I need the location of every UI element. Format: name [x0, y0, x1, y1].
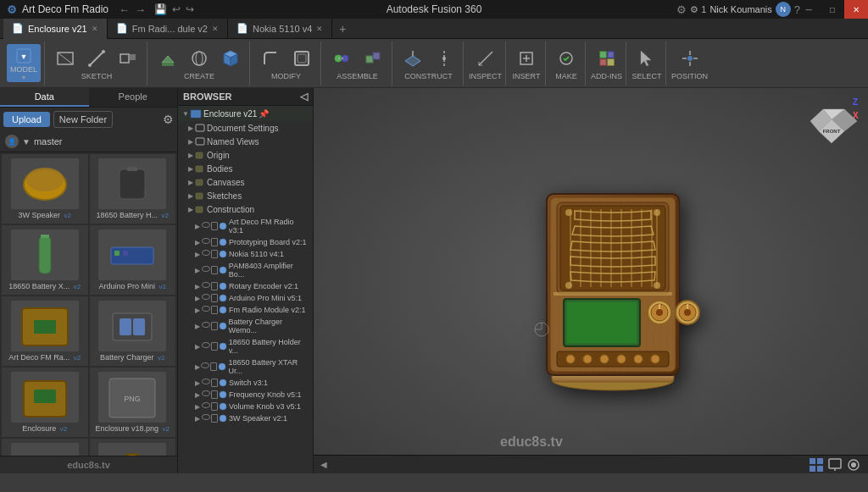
svg-rect-146	[817, 466, 823, 472]
new-folder-button[interactable]: New Folder	[53, 111, 113, 128]
sketch-circle-btn[interactable]	[113, 47, 143, 70]
model-btn[interactable]: ▼ MODEL ▼	[7, 44, 41, 82]
browser-sketches[interactable]: ▶ Sketches	[178, 189, 313, 202]
browser-battery-charger[interactable]: ▶ Battery Charger Wemo...	[178, 316, 313, 336]
browser-root-label: Enclosure v21	[203, 109, 257, 119]
tab-close-nokia[interactable]: ✕	[316, 25, 323, 33]
sketch-line-btn[interactable]	[81, 47, 112, 70]
modify-shell-btn[interactable]	[287, 47, 317, 70]
display-icon[interactable]	[827, 457, 843, 473]
thumb-art-deco[interactable]: Art Deco FM Ra... v2	[2, 296, 88, 366]
tab-enclosure[interactable]: 📄 Enclosure v21 ✕	[3, 19, 108, 39]
thumb-3w-speaker[interactable]: 3W Speaker v2	[2, 154, 88, 224]
make-btn[interactable]	[551, 47, 581, 70]
insert-btn[interactable]	[511, 47, 542, 70]
settings-gear-btn[interactable]: ⚙	[163, 113, 174, 126]
browser-root[interactable]: ▼ Enclosure v21 📌	[178, 106, 313, 121]
save-icon[interactable]: 💾	[154, 3, 167, 15]
tab-nokia[interactable]: 📄 Nokia 5110 v4 ✕	[228, 19, 332, 39]
viewport[interactable]: Z X FRONT educ8s.tv	[314, 88, 868, 473]
browser-root-pin[interactable]: 📌	[259, 109, 269, 119]
tab-close-fm[interactable]: ✕	[212, 25, 219, 33]
thumb-arduino[interactable]: Arduino Pro Mini v2	[90, 225, 176, 295]
svg-rect-59	[34, 390, 56, 403]
browser-sketches-label: Sketches	[207, 191, 242, 201]
thumb-enclosure[interactable]: Enclosure v2	[2, 368, 88, 437]
browser-fm-radio-module[interactable]: ▶ Fm Radio Module v2:1	[178, 304, 313, 316]
grid-icon[interactable]	[809, 457, 824, 473]
svg-marker-23	[405, 56, 420, 66]
thumb-fm-radio-module[interactable]: Fm Radio Module v2	[2, 439, 88, 456]
thumb-18650-battery-h[interactable]: 18650 Battery H... v2	[90, 154, 176, 224]
main-area: Data People Upload New Folder ⚙ 👤 ▼ mast…	[0, 88, 868, 473]
browser-18650-holder[interactable]: ▶ 18650 Battery Holder v...	[178, 336, 313, 357]
svg-rect-8	[130, 54, 136, 60]
thumb-label-18650-battery-x: 18650 Battery X... v2	[6, 282, 84, 290]
svg-rect-143	[810, 458, 815, 464]
tab-fm-radio[interactable]: 📄 Fm Radi... dule v2 ✕	[108, 19, 228, 39]
data-tab[interactable]: Data	[0, 88, 89, 107]
sketch-rect-btn[interactable]	[50, 47, 81, 70]
browser-bodies[interactable]: ▶ Bodies	[178, 162, 313, 175]
browser-doc-settings[interactable]: ▶ Document Settings	[178, 121, 313, 135]
modify-fillet-icon	[260, 48, 281, 69]
forward-btn[interactable]: →	[135, 3, 146, 16]
people-tab[interactable]: People	[89, 88, 178, 107]
construct-plane-btn[interactable]	[398, 47, 428, 70]
browser-rotary-encoder[interactable]: ▶ Rotary Encoder v2:1	[178, 280, 313, 292]
thumb-battery-charger[interactable]: Battery Charger v2	[90, 296, 176, 366]
thumb-18650-battery-x[interactable]: 18650 Battery X... v2	[2, 225, 88, 295]
maximize-btn[interactable]: □	[821, 0, 844, 19]
bottom-status: ◀	[320, 460, 327, 469]
browser-vol-knob[interactable]: ▶ Volume Knob v3 v5:1	[178, 401, 313, 412]
browser-freq-knob[interactable]: ▶ Frequency Knob v5:1	[178, 389, 313, 401]
browser-3w-speaker[interactable]: ▶ 3W Speaker v2:1	[178, 412, 313, 424]
minimize-btn[interactable]: ─	[797, 0, 821, 19]
browser-construction[interactable]: ▶ Construction	[178, 202, 313, 216]
browser-nokia-5110[interactable]: ▶ Nokia 5110 v4:1	[178, 248, 313, 260]
redo-icon[interactable]: ↪	[186, 3, 194, 15]
construct-axis-btn[interactable]	[429, 47, 459, 70]
browser-canvases[interactable]: ▶ Canvases	[178, 175, 313, 189]
modify-fillet-btn[interactable]	[255, 47, 286, 70]
select-icon	[637, 48, 657, 69]
add-tab-btn[interactable]: +	[332, 22, 353, 36]
inspect-group: INSPECT	[465, 41, 506, 86]
inspect-measure-btn[interactable]	[470, 47, 501, 70]
browser-origin[interactable]: ▶ Origin	[178, 148, 313, 162]
browser-pam8403[interactable]: ▶ PAM8403 Amplifier Bo...	[178, 260, 313, 280]
create-revolve-btn[interactable]	[184, 47, 214, 70]
browser-arduino-pro-mini[interactable]: ▶ Arduino Pro Mini v5:1	[178, 292, 313, 304]
viewcube[interactable]: Z X FRONT	[802, 95, 861, 154]
addins-label: ADD-INS	[591, 72, 622, 80]
assemble-joint-btn[interactable]	[326, 47, 357, 70]
create-box-btn[interactable]	[215, 47, 246, 70]
browser-title: BROWSER	[183, 91, 231, 102]
position-group: POSITION	[668, 41, 711, 86]
thumb-enclosure-png[interactable]: PNG Enclosure v18.png v2	[90, 368, 176, 437]
visibility-icon	[202, 282, 210, 288]
thumb-frequency-knob[interactable]: Frequency Knob v2	[90, 439, 176, 456]
assemble-component-btn[interactable]	[358, 47, 388, 70]
camera-icon[interactable]	[846, 457, 861, 473]
back-btn[interactable]: ←	[119, 3, 130, 16]
browser-named-views[interactable]: ▶ Named Views	[178, 135, 313, 148]
create-extrude-btn[interactable]	[153, 47, 183, 70]
browser-art-deco-fm[interactable]: ▶ Art Deco FM Radio v3:1	[178, 216, 313, 236]
lock-icon	[211, 294, 218, 302]
svg-rect-71	[196, 152, 203, 158]
position-btn[interactable]	[675, 47, 705, 70]
upload-button[interactable]: Upload	[3, 112, 50, 127]
select-btn[interactable]	[632, 47, 662, 70]
svg-point-132	[617, 355, 626, 363]
tab-close-enclosure[interactable]: ✕	[92, 25, 98, 33]
undo-icon[interactable]: ↩	[172, 3, 181, 15]
browser-switch[interactable]: ▶ Switch v3:1	[178, 377, 313, 389]
browser-collapse-btn[interactable]: ◁	[300, 91, 308, 102]
browser-proto-board[interactable]: ▶ Prototyping Board v2:1	[178, 236, 313, 248]
svg-point-5	[88, 64, 92, 67]
close-btn[interactable]: ✕	[844, 0, 868, 19]
settings-icon[interactable]: ⚙	[676, 3, 687, 16]
addins-btn[interactable]	[592, 47, 622, 70]
browser-18650-xtar[interactable]: ▶ 18650 Battery XTAR Ur...	[178, 357, 313, 377]
